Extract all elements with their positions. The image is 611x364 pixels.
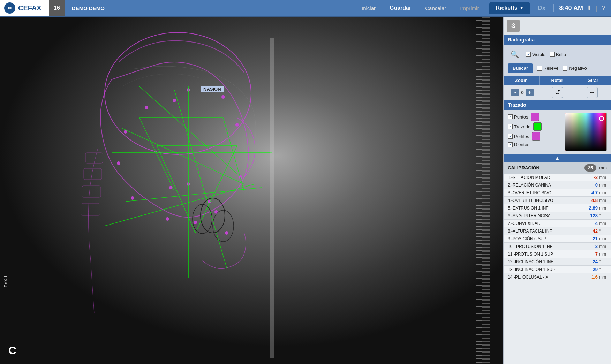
cancelar-button[interactable]: Cancelar [419,3,452,13]
meas-name-3: 3.-OVERJET INCISIVO [508,190,584,195]
perfiles-color-swatch[interactable] [532,132,540,141]
search-icon-area: 🔍 [508,47,522,61]
search-icon: 🔍 [511,50,519,59]
settings-row: ⚙ [504,17,611,35]
logo-area: CEFAX [0,0,49,16]
meas-name-8: 8.-ALTURA FACIAL INF [508,229,584,234]
relieve-checkbox[interactable]: Relieve [537,66,558,71]
puntos-row: ✓ Puntos [508,113,558,121]
analysis-tab[interactable]: Ricketts ▼ [489,2,530,14]
image-area[interactable]: NASION PaX-i C [0,17,503,364]
topbar: CEFAX 16 DEMO DEMO Iniciar Guardar Cance… [0,0,611,17]
buscar-button[interactable]: Buscar [508,63,533,73]
brillo-check-icon [550,52,555,57]
dientes-label: Dientes [514,142,529,147]
meas-value-6: 128 [584,213,599,218]
calibracion-value: 25 [584,164,596,172]
meas-unit-4: mm [599,198,607,203]
meas-value-13: 29 [584,267,599,272]
dientes-row: ✓ Dientes [508,142,558,147]
iniciar-button[interactable]: Iniciar [355,3,382,13]
help-icon[interactable]: ? [602,5,605,12]
meas-value-1: -2 [584,175,599,180]
c-label: C [8,344,16,357]
relieve-check-icon [537,66,542,71]
measurements-list: 1.-RELACION MOLAR-2mm2.-RELACIÓN CANINA0… [504,174,611,364]
meas-unit-10: mm [599,244,607,249]
imprimir-button[interactable]: Imprimir [454,3,485,13]
puntos-color-swatch[interactable] [531,113,539,121]
brillo-checkbox[interactable]: Brillo [550,52,566,57]
calibracion-section: CALIBRACIÓN 25 mm [504,162,611,174]
guardar-button[interactable]: Guardar [383,3,417,13]
negativo-checkbox[interactable]: Negativo [563,66,587,71]
meas-value-11: 7 [584,251,599,257]
zoom-section: Zoom Rotar Girar - 0 + ↺ ↔ [504,76,611,100]
xray-background [0,17,503,364]
trazado-color-swatch[interactable] [533,122,542,131]
trazado-checkbox[interactable]: ✓ Trazado [508,124,530,129]
zoom-ctrl: - 0 + [505,89,540,96]
trazado-color-row: ✓ Trazado [508,122,558,131]
dx-button[interactable]: Dx [531,5,552,12]
meas-name-9: 9.-POSICIÓN 6 SUP [508,236,584,241]
meas-unit-7: mm [599,221,607,226]
meas-name-6: 6.-ANG. INTERINCISAL [508,213,584,218]
pax-label: PaX-i [3,276,8,287]
radio-row2: Buscar Relieve Negativo [508,63,607,73]
puntos-label: Puntos [514,114,528,120]
meas-name-2: 2.-RELACIÓN CANINA [508,183,584,188]
meas-row-8: 8.-ALTURA FACIAL INF42° [504,227,611,235]
arrow-up-icon: ▲ [555,155,560,161]
perfiles-check-icon: ✓ [508,134,513,139]
visible-checkbox[interactable]: ✓ Visible [526,52,545,57]
meas-row-10: 10.- PROTUSIÓN 1 INF3mm [504,243,611,250]
meas-value-9: 21 [584,236,599,241]
color-picker-gradient [565,113,606,151]
meas-name-14: 14.-PL. OCLUSAL - XI [508,275,584,280]
meas-name-11: 11.-PROTUSION 1 SUP [508,252,584,257]
flip-button[interactable]: ↔ [587,87,598,98]
meas-unit-5: mm [599,206,607,211]
zoom-controls: - 0 + ↺ ↔ [504,85,611,100]
negativo-label: Negativo [569,66,587,71]
meas-unit-2: mm [599,183,607,188]
perfiles-checkbox[interactable]: ✓ Perfiles [508,134,529,139]
radio-row1: 🔍 ✓ Visible Brillo [508,47,607,61]
meas-name-4: 4.-OVERBITE INCISIVO [508,198,584,203]
logo-icon [4,2,15,14]
meas-name-1: 1.-RELACION MOLAR [508,175,584,180]
meas-name-12: 12.-INCLINACIÓN 1 INF [508,259,584,264]
color-picker[interactable] [565,113,607,151]
trazado-header: Trazado [504,100,611,110]
right-panel: ⚙ Radiografia 🔍 ✓ Visible [503,17,611,364]
meas-name-5: 5.-EXTRUSION 1 INF [508,206,584,211]
brillo-label: Brillo [556,52,566,57]
analysis-dropdown-icon[interactable]: ▼ [520,6,524,10]
dientes-checkbox[interactable]: ✓ Dientes [508,142,529,147]
radiografia-header: Radiografia [504,35,611,45]
calibracion-row: CALIBRACIÓN 25 mm [504,162,611,174]
meas-unit-3: mm [599,190,607,195]
meas-row-12: 12.-INCLINACIÓN 1 INF24° [504,258,611,266]
zoom-minus-button[interactable]: - [511,89,519,96]
download-icon[interactable]: ⬇ [587,4,592,12]
gear-icon: ⚙ [511,22,516,30]
meas-name-7: 7.-CONVEXIDAD [508,221,584,226]
visible-check-icon: ✓ [526,52,531,57]
calibracion-label: CALIBRACIÓN [508,165,582,170]
meas-row-11: 11.-PROTUSION 1 SUP7mm [504,250,611,258]
perfiles-label: Perfiles [514,134,529,139]
relieve-label: Relieve [543,66,558,71]
zoom-plus-button[interactable]: + [526,89,534,96]
meas-unit-13: ° [599,267,607,272]
meas-row-2: 2.-RELACIÓN CANINA0mm [504,181,611,189]
puntos-checkbox[interactable]: ✓ Puntos [508,114,528,120]
radiografia-body: 🔍 ✓ Visible Brillo Buscar Relie [504,45,611,76]
meas-row-13: 13.-INCLINACIÓN 1 SUP29° [504,266,611,273]
rotate-button[interactable]: ↺ [552,87,563,98]
arrow-row: ▲ [504,154,611,162]
meas-value-10: 3 [584,244,599,249]
radiografia-section: Radiografia 🔍 ✓ Visible Brillo [504,35,611,76]
gear-button[interactable]: ⚙ [507,20,520,32]
